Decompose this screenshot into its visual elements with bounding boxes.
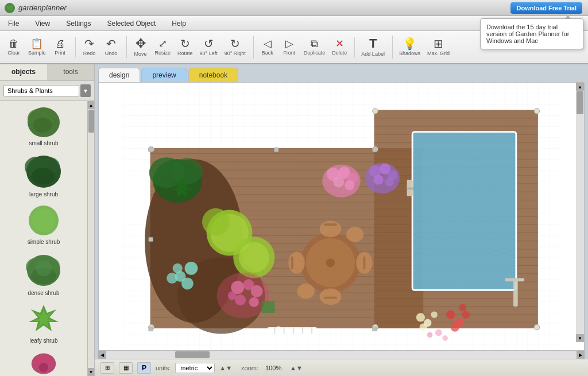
toolbar-maxgrid-button[interactable]: ⊞ Max. Grid: [424, 36, 452, 58]
simple-shrub-image: [24, 203, 64, 239]
toolbar-undo-button[interactable]: ↶ Undo: [101, 36, 122, 58]
list-item-leafy-shrub[interactable]: leafy shrub: [3, 302, 84, 344]
svg-point-144: [416, 313, 425, 321]
list-item-large-shrub[interactable]: large shrub: [3, 152, 84, 197]
tab-notebook[interactable]: notebook: [188, 68, 238, 82]
toolbar-group-order: ◁ Back ▷ Front ⧉ Duplicate ✕ Delete: [257, 37, 355, 57]
sidebar-scroll-thumb[interactable]: [88, 110, 94, 133]
sidebar-scroll-track: [88, 109, 95, 368]
menu-file[interactable]: File: [0, 16, 27, 30]
sidebar-scroll-up[interactable]: ▲: [88, 101, 95, 109]
front-icon: ▷: [285, 38, 293, 49]
garden-canvas[interactable]: [99, 83, 584, 350]
toolbar-front-button[interactable]: ▷ Front: [279, 37, 300, 57]
menu-settings[interactable]: Settings: [58, 16, 99, 30]
toolbar-90right-button[interactable]: ↻ 90° Right: [222, 36, 249, 58]
svg-rect-158: [373, 148, 377, 152]
sidebar: objects tools Shrubs & Plants Trees Flow…: [0, 64, 95, 376]
toolbar-back-button[interactable]: ◁ Back: [257, 37, 278, 57]
tab-design[interactable]: design: [98, 68, 140, 82]
scroll-up-button[interactable]: ▲: [576, 83, 584, 91]
svg-point-101: [181, 278, 194, 290]
svg-rect-77: [513, 279, 518, 307]
svg-rect-156: [149, 148, 153, 152]
units-label: units:: [156, 365, 171, 371]
svg-point-14: [36, 260, 52, 276]
units-select[interactable]: metric imperial: [175, 363, 215, 373]
list-item-pink-shrub[interactable]: [3, 350, 84, 375]
app-name: gardenplanner: [18, 3, 67, 12]
sidebar-tabs: objects tools: [0, 64, 94, 81]
svg-point-98: [239, 242, 269, 273]
redo-icon: ↷: [84, 38, 94, 49]
canvas-area: design preview notebook: [95, 64, 588, 376]
front-label: Front: [283, 50, 295, 56]
category-dropdown[interactable]: Shrubs & Plants Trees Flowers Vegetables…: [3, 85, 79, 96]
list-item-small-shrub[interactable]: small shrub: [3, 104, 84, 146]
svg-rect-133: [291, 256, 293, 269]
toolbar-shadows-button[interactable]: 💡 Shadows: [396, 36, 423, 58]
svg-point-103: [167, 273, 177, 284]
menu-selected-object[interactable]: Selected Object: [99, 16, 164, 30]
toolbar-addlabel-button[interactable]: T Add Label: [358, 36, 388, 59]
status-text-icon[interactable]: P: [137, 362, 151, 374]
small-shrub-image: [24, 104, 64, 140]
zoom-stepper[interactable]: ▲▼: [290, 365, 303, 371]
90left-label: 90° Left: [200, 51, 218, 56]
toolbar-print-button[interactable]: 🖨 Print: [50, 37, 71, 57]
delete-icon: ✕: [335, 38, 344, 49]
svg-point-154: [427, 332, 433, 338]
svg-point-108: [235, 294, 246, 305]
category-arrow[interactable]: ▼: [80, 84, 91, 97]
status-table-icon[interactable]: ▦: [119, 362, 133, 374]
print-label: Print: [55, 50, 65, 56]
zoom-arrows[interactable]: ▲▼: [219, 365, 232, 371]
list-item-dense-shrub[interactable]: dense shrub: [3, 251, 84, 296]
tab-preview[interactable]: preview: [141, 68, 187, 82]
toolbar-redo-button[interactable]: ↷ Redo: [79, 36, 100, 58]
scroll-right-button[interactable]: ▶: [577, 351, 585, 359]
svg-point-79: [373, 108, 378, 114]
svg-point-150: [462, 311, 470, 319]
list-item-simple-shrub[interactable]: simple shrub: [3, 203, 84, 245]
menu-view[interactable]: View: [27, 16, 58, 30]
rotate-icon: ↻: [180, 38, 190, 49]
scroll-thumb-horizontal[interactable]: [175, 351, 210, 358]
large-shrub-label: large shrub: [29, 191, 58, 197]
status-grid-icon[interactable]: ⊞: [100, 362, 114, 374]
download-trial-button[interactable]: Download Free Trial: [510, 2, 582, 14]
duplicate-label: Duplicate: [304, 50, 326, 56]
toolbar-sample-button[interactable]: 📋 Sample: [25, 37, 49, 57]
svg-rect-157: [274, 148, 279, 152]
sidebar-scroll-down[interactable]: ▼: [88, 368, 95, 376]
canvas-wrapper[interactable]: ▲ ▼: [98, 82, 585, 351]
menu-help[interactable]: Help: [164, 16, 194, 30]
toolbar-resize-button[interactable]: ⤢ Resize: [152, 37, 174, 57]
shadows-label: Shadows: [399, 51, 420, 56]
scroll-left-button[interactable]: ◀: [98, 351, 106, 359]
tab-tools[interactable]: tools: [47, 64, 94, 80]
svg-rect-135: [363, 256, 366, 269]
dense-shrub-image: [24, 251, 64, 290]
undo-icon: ↶: [106, 38, 116, 49]
svg-point-20: [39, 363, 48, 372]
toolbar-duplicate-button[interactable]: ⧉ Duplicate: [301, 37, 328, 57]
scroll-down-button[interactable]: ▼: [576, 334, 584, 342]
canvas-scrollbar-vertical[interactable]: ▲ ▼: [576, 83, 584, 342]
dense-shrub-label: dense shrub: [28, 290, 59, 296]
large-shrub-image: [24, 152, 64, 191]
tab-objects[interactable]: objects: [0, 64, 47, 80]
toolbar-clear-button[interactable]: 🗑 Clear: [3, 37, 24, 57]
svg-rect-160: [149, 327, 153, 331]
toolbar-90left-button[interactable]: ↺ 90° Left: [197, 36, 220, 58]
toolbar-move-button[interactable]: ✥ Move: [130, 36, 151, 59]
canvas-scrollbar-horizontal[interactable]: ◀ ▶: [98, 351, 585, 359]
svg-rect-129: [324, 223, 337, 226]
sidebar-scrollbar[interactable]: ▲ ▼: [87, 101, 94, 376]
toolbar-rotate-button[interactable]: ↻ Rotate: [175, 36, 196, 58]
resize-icon: ⤢: [158, 38, 167, 49]
svg-rect-159: [149, 237, 153, 242]
scroll-thumb-vertical[interactable]: [577, 91, 583, 114]
toolbar-delete-button[interactable]: ✕ Delete: [329, 37, 350, 57]
svg-point-124: [385, 177, 394, 186]
